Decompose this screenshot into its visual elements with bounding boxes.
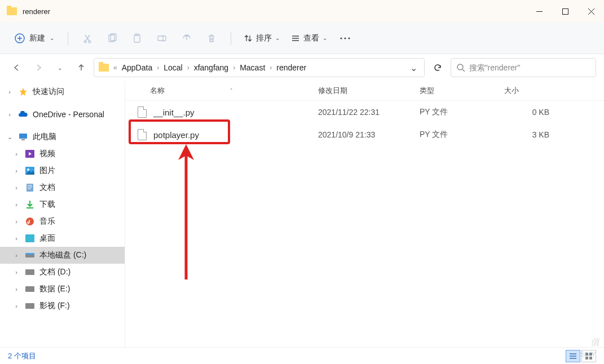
sidebar-onedrive[interactable]: › OneDrive - Personal	[0, 106, 125, 123]
thumbnails-view-button[interactable]	[581, 350, 596, 362]
rename-button[interactable]	[151, 27, 173, 50]
breadcrumb-item[interactable]: xfangfang	[192, 62, 231, 73]
sidebar-quick-access[interactable]: › 快速访问	[0, 83, 125, 100]
expand-icon[interactable]: ›	[12, 269, 20, 276]
search-box[interactable]	[451, 58, 596, 77]
sidebar-drive-f[interactable]: › 影视 (F:)	[0, 298, 125, 314]
details-view-button[interactable]	[566, 350, 580, 362]
desktop-icon	[25, 233, 35, 243]
cut-button[interactable]	[76, 27, 99, 50]
minimize-button[interactable]	[526, 2, 552, 20]
expand-icon[interactable]: ›	[6, 88, 14, 95]
expand-icon[interactable]: ›	[6, 111, 14, 118]
copy-button[interactable]	[101, 27, 124, 50]
up-button[interactable]	[72, 59, 90, 77]
breadcrumb-item[interactable]: Local	[161, 62, 184, 73]
search-icon	[457, 64, 465, 72]
search-input[interactable]	[469, 63, 590, 72]
column-type[interactable]: 类型	[420, 86, 504, 96]
forward-button[interactable]	[29, 59, 47, 77]
expand-icon[interactable]: ›	[12, 252, 20, 259]
sidebar-downloads[interactable]: › 下载	[0, 196, 125, 213]
recent-button[interactable]: ⌄	[51, 59, 69, 77]
expand-icon[interactable]: ›	[12, 184, 20, 191]
sidebar-label: 影视 (F:)	[39, 301, 70, 311]
svg-rect-28	[589, 353, 592, 356]
svg-rect-21	[25, 234, 34, 242]
column-name[interactable]: 名称˄	[138, 86, 318, 96]
expand-icon[interactable]: ›	[12, 167, 20, 174]
documents-icon	[25, 183, 35, 193]
sidebar-music[interactable]: › 音乐	[0, 213, 125, 230]
maximize-button[interactable]	[552, 2, 578, 20]
svg-rect-30	[589, 357, 592, 359]
title-bar: renderer	[0, 0, 604, 23]
file-name: __init__.py	[153, 108, 318, 117]
paste-button[interactable]	[126, 27, 148, 50]
sidebar-desktop[interactable]: › 桌面	[0, 230, 125, 247]
video-icon	[25, 149, 35, 159]
sort-button[interactable]: 排序 ⌄	[239, 30, 284, 47]
new-button[interactable]: 新建 ⌄	[9, 30, 60, 47]
window-title: renderer	[23, 7, 50, 16]
svg-rect-7	[134, 35, 140, 42]
sidebar-label: 快速访问	[33, 87, 64, 97]
breadcrumb-item[interactable]: Macast	[237, 62, 267, 73]
sidebar-label: 此电脑	[33, 132, 56, 142]
window-controls	[526, 2, 604, 20]
expand-icon[interactable]: ›	[12, 201, 20, 208]
drive-icon	[25, 301, 35, 311]
sidebar-label: 下载	[39, 199, 55, 210]
back-button[interactable]	[8, 59, 26, 77]
pictures-icon	[25, 166, 35, 176]
collapse-icon[interactable]: ⌄	[6, 134, 14, 141]
expand-icon[interactable]: ›	[12, 303, 20, 309]
share-button[interactable]	[175, 27, 198, 50]
file-type: PY 文件	[420, 130, 504, 140]
sidebar-drive-c[interactable]: › 本地磁盘 (C:)	[0, 247, 125, 264]
sidebar-label: 音乐	[39, 216, 55, 227]
close-button[interactable]	[578, 2, 604, 20]
column-size[interactable]: 大小	[504, 86, 561, 96]
svg-rect-19	[27, 184, 33, 192]
main-area: › 快速访问 › OneDrive - Personal ⌄ 此电脑 › 视频 …	[0, 81, 604, 347]
sidebar-drive-d[interactable]: › 文档 (D:)	[0, 264, 125, 281]
expand-icon[interactable]: ›	[12, 150, 20, 157]
svg-rect-26	[25, 303, 34, 309]
sidebar-videos[interactable]: › 视频	[0, 145, 125, 162]
status-bar: 2 个项目	[0, 347, 604, 364]
sidebar-drive-e[interactable]: › 数据 (E:)	[0, 281, 125, 298]
expand-icon[interactable]: ›	[12, 286, 20, 292]
sidebar-this-pc[interactable]: ⌄ 此电脑	[0, 128, 125, 145]
drive-icon	[25, 267, 35, 277]
view-button[interactable]: 查看 ⌄	[286, 30, 332, 47]
svg-rect-1	[562, 8, 568, 14]
breadcrumb-item[interactable]: renderer	[274, 62, 308, 73]
file-row[interactable]: potplayer.py 2021/10/9 21:33 PY 文件 3 KB	[125, 123, 604, 146]
sidebar-documents[interactable]: › 文档	[0, 179, 125, 196]
file-row[interactable]: __init__.py 2021/11/22 22:31 PY 文件 0 KB	[125, 101, 604, 123]
svg-point-12	[348, 37, 350, 39]
breadcrumb-item[interactable]: AppData	[120, 62, 155, 73]
sidebar-pictures[interactable]: › 图片	[0, 162, 125, 179]
separator	[231, 32, 231, 45]
expand-icon[interactable]: ›	[12, 218, 20, 225]
file-list-area: 名称˄ 修改日期 类型 大小 __init__.py 2021/11/22 22…	[125, 81, 604, 347]
breadcrumb-overflow[interactable]: «	[113, 64, 117, 72]
expand-icon[interactable]: ›	[12, 235, 20, 242]
column-date[interactable]: 修改日期	[318, 86, 420, 96]
chevron-right-icon: ›	[157, 64, 159, 72]
refresh-button[interactable]	[428, 58, 447, 77]
address-dropdown[interactable]: ⌄	[407, 63, 421, 73]
more-button[interactable]	[334, 27, 356, 50]
sidebar-label: 文档 (D:)	[39, 267, 70, 277]
address-bar[interactable]: « AppData › Local › xfangfang › Macast ›…	[94, 58, 425, 77]
svg-point-10	[340, 37, 342, 39]
sidebar-label: 文档	[39, 183, 55, 193]
svg-rect-9	[158, 36, 166, 41]
svg-rect-27	[585, 353, 588, 356]
chevron-down-icon: ⌄	[275, 35, 280, 41]
sidebar-label: 视频	[39, 149, 55, 159]
delete-button[interactable]	[200, 27, 223, 50]
download-icon	[25, 199, 35, 210]
